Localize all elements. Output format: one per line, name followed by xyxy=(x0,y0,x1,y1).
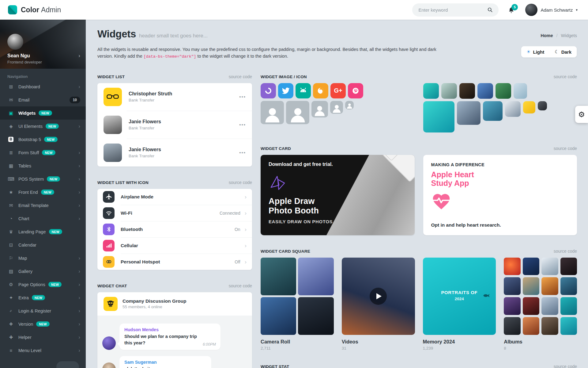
list-item[interactable]: Janie FlowersBank Transfer••• xyxy=(97,111,252,139)
list-item-text: Christopher StruthBank Transfer xyxy=(129,91,239,102)
sidebar-section-label: Navigation xyxy=(7,74,86,79)
chat-group-name: Company Discussion Group xyxy=(123,298,186,304)
theme-dark-button[interactable]: ☾ Dark xyxy=(549,46,577,57)
photo-tile xyxy=(541,258,558,275)
more-options-button[interactable]: ••• xyxy=(239,122,246,127)
chevron-right-icon: › xyxy=(245,226,247,233)
chat-group-header[interactable]: Company Discussion Group 55 members, 4 o… xyxy=(97,292,252,316)
sidebar-item-page-options[interactable]: ⚙Page OptionsNEW› xyxy=(0,278,86,291)
new-badge: NEW xyxy=(44,137,57,142)
list-item[interactable]: Christopher StruthBank Transfer••• xyxy=(97,83,252,111)
chevron-right-icon: › xyxy=(78,282,80,288)
section-title: WIDGET LIST WITH ICON xyxy=(97,180,149,185)
brand[interactable]: Color Admin xyxy=(0,5,61,14)
source-code-link[interactable]: source code xyxy=(229,180,252,185)
photo-tile xyxy=(298,258,334,295)
sidebar-item-front-end[interactable]: ★Front EndNEW› xyxy=(0,186,86,199)
email-icon: ✉ xyxy=(7,97,15,103)
card-label: Albums xyxy=(504,339,577,345)
sidebar-item-email-template[interactable]: ✉Email Template› xyxy=(0,199,86,212)
list-item-name: Janie Flowers xyxy=(129,119,239,125)
source-code-link[interactable]: source code xyxy=(554,74,577,79)
sidebar-item-label: Tables xyxy=(18,163,31,168)
sidebar-item-gallery[interactable]: ▨Gallery› xyxy=(0,265,86,278)
chevron-right-icon[interactable]: › xyxy=(78,53,80,59)
play-button[interactable] xyxy=(370,288,387,305)
widget-stat-section: WIDGET STAT source code xyxy=(261,364,577,368)
apple-heart-card[interactable]: MAKING A DIFFERENCE Apple Heart Study Ap… xyxy=(423,155,577,235)
sidebar-item-ui-elements[interactable]: ◈UI ElementsNEW› xyxy=(0,120,86,133)
card-count: 8 xyxy=(504,346,577,351)
albums-card[interactable]: Albums 8 xyxy=(504,258,577,351)
sidebar-item-widgets[interactable]: ▣WidgetsNEW xyxy=(0,106,86,120)
image-examples xyxy=(423,83,577,132)
card-footer: Opt in and help heart research. xyxy=(431,222,569,228)
section-title: WIDGET LIST xyxy=(97,75,125,79)
setting-row-wi-fi[interactable]: Wi-FiConnected› xyxy=(97,205,252,221)
theme-light-button[interactable]: ☀ Light xyxy=(521,46,549,57)
widget-list-icon-section: WIDGET LIST WITH ICON source code Airpla… xyxy=(97,180,252,270)
memory-2024-card[interactable]: PORTRAITS OF 2024 Memory 2024 1,239 xyxy=(423,258,496,351)
sidebar-profile[interactable]: Sean Ngu › Frontend developer xyxy=(0,20,86,69)
sidebar-item-helper[interactable]: ✚Helper› xyxy=(0,331,86,344)
page-subtitle: header small text goes here... xyxy=(139,33,208,39)
setting-row-airplane-mode[interactable]: Airplane Mode› xyxy=(97,189,252,205)
sidebar-item-version[interactable]: ❖VersionNEW› xyxy=(0,317,86,331)
brand-name-light: Admin xyxy=(41,6,61,14)
search-icon[interactable] xyxy=(487,7,493,13)
camera-roll-card[interactable]: Camera Roll 2,711 xyxy=(261,258,334,351)
setting-row-personal-hotspot[interactable]: Personal HotspotOff› xyxy=(97,254,252,270)
section-title: WIDGET CARD xyxy=(261,146,291,151)
settings-panel-toggle[interactable]: ⚙ xyxy=(575,106,588,123)
sidebar-item-chart[interactable]: ◔Chart› xyxy=(0,212,86,225)
source-code-link[interactable]: source code xyxy=(554,364,577,368)
sidebar-item-email[interactable]: ✉Email10 xyxy=(0,93,86,106)
sidebar-item-dashboard[interactable]: ⊞Dashboard› xyxy=(0,80,86,93)
setting-row-cellular[interactable]: Cellular› xyxy=(97,238,252,254)
sidebar-item-calendar[interactable]: ⊟Calendar xyxy=(0,238,86,251)
breadcrumb-separator: / xyxy=(556,33,558,38)
videos-card[interactable]: Videos 31 xyxy=(342,258,415,351)
image-thumbnail xyxy=(477,83,493,99)
twitter-icon xyxy=(278,83,293,98)
photo-tile xyxy=(560,258,577,275)
search-input[interactable] xyxy=(418,7,487,13)
card-label: Memory 2024 xyxy=(423,339,496,345)
sidebar-item-login-register[interactable]: ♀Login & Register› xyxy=(0,304,86,317)
section-title: WIDGET STAT xyxy=(261,364,289,368)
sidebar-item-pos-system[interactable]: ⌨POS SystemNEW› xyxy=(0,172,86,186)
sidebar-minify-button[interactable] xyxy=(56,361,79,368)
source-code-link[interactable]: source code xyxy=(229,283,252,288)
more-options-button[interactable]: ••• xyxy=(239,150,246,155)
list-item[interactable]: Janie FlowersBank Transfer••• xyxy=(97,139,252,167)
chevron-right-icon: › xyxy=(78,176,80,182)
sidebar-item-landing-page[interactable]: ♛Landing PageNEW xyxy=(0,225,86,238)
chart-icon: ◔ xyxy=(7,216,15,221)
sidebar-item-label: UI Elements xyxy=(18,124,43,129)
cellular-icon xyxy=(103,240,115,251)
image-thumbnail xyxy=(505,101,521,117)
setting-row-bluetooth[interactable]: BluetoothOn› xyxy=(97,221,252,237)
firefox-icon xyxy=(313,83,328,98)
user-menu[interactable]: Adam Schwartz ▾ xyxy=(525,4,578,16)
sidebar-item-bootstrap-5[interactable]: BBootstrap 5NEW xyxy=(0,133,86,146)
sidebar-item-label: Page Options xyxy=(18,282,45,287)
widgets-icon: ▣ xyxy=(7,110,15,116)
source-code-link[interactable]: source code xyxy=(554,249,577,254)
widget-chat-section: WIDGET CHAT source code Company Discussi… xyxy=(97,283,252,368)
sidebar-item-menu-level[interactable]: ≡Menu Level› xyxy=(0,344,86,357)
source-code-link[interactable]: source code xyxy=(229,74,252,79)
theme-toggle: ☀ Light ☾ Dark xyxy=(521,46,577,58)
notifications-button[interactable]: 5 xyxy=(508,6,515,13)
breadcrumb-home[interactable]: Home xyxy=(541,33,553,38)
sidebar-item-tables[interactable]: ▦Tables› xyxy=(0,159,86,172)
new-badge: NEW xyxy=(48,282,62,287)
apple-draw-card[interactable]: Download and get free trial. Apple Draw … xyxy=(261,155,415,235)
sidebar-item-extra[interactable]: ✦ExtraNEW› xyxy=(0,291,86,304)
more-options-button[interactable]: ••• xyxy=(239,94,246,99)
source-code-link[interactable]: source code xyxy=(554,146,577,151)
photo-tile xyxy=(541,317,558,335)
sidebar-item-map[interactable]: ⚐Map› xyxy=(0,251,86,265)
search-box[interactable] xyxy=(412,3,499,17)
sidebar-item-form-stuff[interactable]: ≣Form StuffNEW› xyxy=(0,146,86,159)
